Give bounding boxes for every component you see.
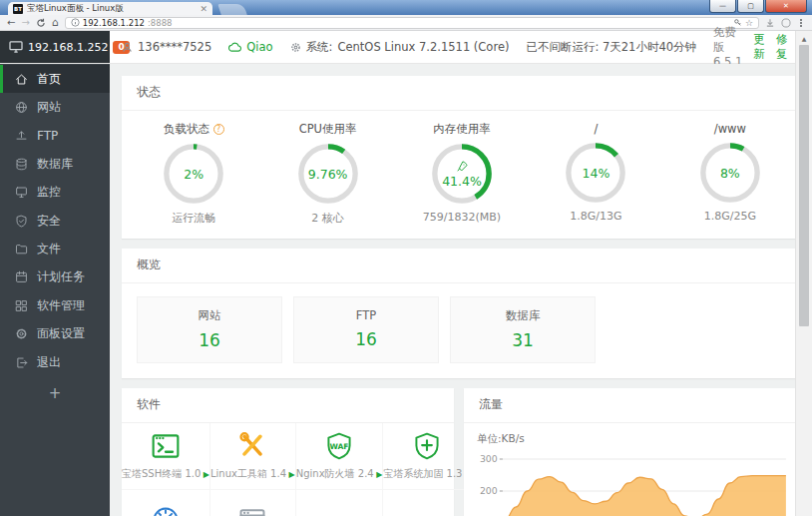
url-port: :8888 — [148, 18, 173, 28]
gauge-value: 2% — [184, 167, 203, 182]
card-label: 数据库 — [451, 308, 595, 323]
donut-chart: 2% — [162, 142, 225, 206]
gauge-内存使用率: 内存使用率 41.4% 759/1832(MB) — [395, 122, 529, 226]
sidebar-item-label: 计划任务 — [37, 268, 85, 285]
tab-close-icon[interactable]: ✕ — [200, 4, 207, 14]
donut-chart: 8% — [698, 141, 762, 205]
window-maximize-button[interactable]: ▢ — [737, 0, 764, 13]
sidebar-item-label: 文件 — [37, 241, 61, 258]
terminal-green-icon — [151, 431, 181, 461]
gauge-value: 9.76% — [308, 167, 348, 182]
repair-link[interactable]: 修复 — [776, 32, 788, 62]
software-item[interactable]: WAF Nginx防火墙 2.4 ▶ — [296, 423, 384, 490]
gauge-title: / — [529, 122, 662, 136]
uptime: 已不间断运行: 7天21小时40分钟 — [526, 40, 696, 55]
gauge-title: 内存使用率 — [395, 122, 529, 137]
gauge-sub-label: 运行流畅 — [127, 211, 260, 226]
gauge-CPU使用率: CPU使用率 9.76% 2 核心 — [260, 122, 394, 226]
server-ip-block[interactable]: 192.168.1.252 0 — [0, 31, 110, 63]
gauge-负载状态: 负载状态 ? 2% 运行流畅 — [127, 122, 260, 226]
user-icon — [122, 42, 133, 53]
sidebar-item-label: 退出 — [37, 354, 61, 371]
sidebar-item-label: 数据库 — [37, 156, 73, 173]
browser-tab[interactable]: BT 宝塔Linux面板 - Linux版 ✕ — [8, 2, 212, 15]
sidebar-add-button[interactable]: + — [0, 384, 110, 402]
system-label: 系统: — [306, 40, 333, 55]
software-item-label: Linux工具箱 1.4 ▶ — [210, 467, 295, 481]
sidebar-item-监控[interactable]: 监控 — [0, 179, 110, 207]
url-host: 192.168.1.212 — [83, 18, 145, 28]
svg-text:200: 200 — [480, 485, 498, 496]
page-scrollbar[interactable]: ▲ — [795, 31, 812, 516]
reload-icon[interactable] — [36, 18, 46, 28]
sidebar-item-home[interactable]: 首页 — [0, 65, 110, 93]
software-item-partial[interactable] — [210, 490, 296, 516]
software-item-label: 宝塔SSH终端 1.0 ▶ — [122, 467, 209, 481]
software-item[interactable]: 宝塔SSH终端 1.0 ▶ — [122, 423, 210, 490]
sidebar-item-文件[interactable]: 文件 — [0, 235, 110, 262]
bound-phone[interactable]: 136****7525 — [122, 40, 211, 54]
donut-chart: 41.4% — [430, 142, 494, 206]
upload-icon — [15, 129, 28, 142]
sidebar-item-安全[interactable]: 安全 — [0, 207, 110, 235]
gauge-value: 41.4% — [442, 174, 482, 189]
overview-card-数据库[interactable]: 数据库31 — [450, 296, 596, 363]
info-icon[interactable] — [71, 18, 80, 27]
update-link[interactable]: 更新 — [753, 32, 765, 62]
sidebar-item-面板设置[interactable]: 面板设置 — [0, 320, 110, 348]
monitor-icon — [15, 186, 28, 199]
gauge-sub-label: 759/1832(MB) — [395, 211, 529, 224]
monitor-icon — [9, 41, 23, 53]
sidebar-item-网站[interactable]: 网站 — [0, 93, 110, 121]
software-item[interactable]: 宝塔系统加固 1.3 ▶ — [383, 423, 471, 490]
window-close-button[interactable]: ✕ — [765, 0, 807, 13]
donut-chart: 14% — [564, 141, 627, 205]
sidebar-item-label: 面板设置 — [37, 325, 85, 342]
scroll-up-arrow-icon[interactable]: ▲ — [796, 31, 812, 45]
software-item[interactable]: Linux工具箱 1.4 ▶ — [210, 423, 296, 490]
system-info: 系统: CentOS Linux 7.2.1511 (Core) — [290, 40, 510, 55]
logged-user[interactable]: Qiao — [228, 40, 272, 54]
scrollbar-thumb[interactable] — [799, 45, 809, 326]
rocket-icon — [456, 160, 469, 173]
sidebar-item-计划任务[interactable]: 计划任务 — [0, 263, 110, 291]
sidebar-item-label: 首页 — [37, 71, 61, 88]
back-icon[interactable]: ← — [7, 18, 15, 28]
sidebar-item-label: 软件管理 — [37, 297, 85, 314]
gauge-/: / 14% 1.8G/13G — [529, 122, 662, 226]
gauge-title: /www — [663, 122, 797, 136]
overview-panel-title: 概览 — [122, 249, 802, 283]
gauge-value: 8% — [720, 166, 740, 181]
gear-icon-header — [290, 42, 301, 53]
shield-icon — [15, 215, 28, 228]
sidebar-item-软件管理[interactable]: 软件管理 — [0, 291, 110, 319]
donut-chart: 9.76% — [296, 142, 360, 206]
sidebar-item-label: 安全 — [37, 213, 61, 230]
database-icon — [15, 158, 28, 171]
gauge-sub-label: 1.8G/13G — [529, 210, 662, 223]
software-item-partial[interactable] — [122, 490, 210, 516]
sidebar-item-FTP[interactable]: FTP — [0, 122, 110, 150]
cloud-icon — [228, 42, 241, 53]
sidebar: 首页网站FTP数据库监控安全文件计划任务软件管理面板设置退出 + — [0, 64, 110, 516]
url-bar[interactable]: 192.168.1.212:8888 ☆ — [65, 17, 759, 29]
card-value: 16 — [294, 329, 438, 349]
home-icon-browser[interactable]: ⌂ — [52, 17, 59, 28]
gauge-sub-label: 1.8G/25G — [663, 210, 797, 223]
sidebar-item-数据库[interactable]: 数据库 — [0, 150, 110, 178]
window-minimize-button[interactable]: — — [709, 0, 736, 13]
shield-plus-icon — [412, 431, 442, 461]
overview-card-网站[interactable]: 网站16 — [137, 296, 282, 363]
card-label: FTP — [294, 308, 438, 322]
sidebar-item-退出[interactable]: 退出 — [0, 348, 110, 376]
forward-icon[interactable]: → — [21, 18, 29, 28]
grid-icon — [15, 299, 28, 312]
new-tab-button[interactable] — [217, 4, 247, 15]
software-item-label: Nginx防火墙 2.4 ▶ — [296, 467, 383, 481]
sidebar-item-label: 监控 — [37, 184, 61, 201]
overview-card-FTP[interactable]: FTP16 — [293, 296, 439, 363]
help-icon[interactable]: ? — [213, 124, 224, 135]
software-item-label: 宝塔系统加固 1.3 ▶ — [383, 467, 471, 481]
main-content: 状态 负载状态 ? 2% 运行流畅CPU使用率 9.76% 2 核心内存使用率 — [110, 64, 812, 516]
status-panel-title: 状态 — [122, 76, 802, 111]
